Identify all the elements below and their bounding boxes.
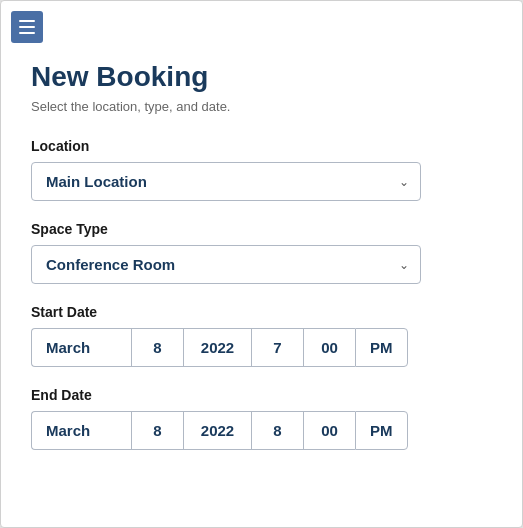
location-select[interactable]: Main LocationSecondary LocationRemote Lo… <box>31 162 421 201</box>
space-type-section: Space Type Conference RoomPrivate Office… <box>31 221 492 284</box>
hamburger-line-1 <box>19 20 35 22</box>
space-type-label: Space Type <box>31 221 492 237</box>
space-type-select-wrapper: Conference RoomPrivate OfficeOpen DeskMe… <box>31 245 421 284</box>
end-date-month[interactable]: March <box>31 411 131 450</box>
start-date-month[interactable]: March <box>31 328 131 367</box>
form-content: New Booking Select the location, type, a… <box>1 1 522 500</box>
start-date-label: Start Date <box>31 304 492 320</box>
start-date-hour[interactable]: 7 <box>251 328 303 367</box>
location-select-wrapper: Main LocationSecondary LocationRemote Lo… <box>31 162 421 201</box>
end-date-row: March 8 2022 8 00 PM <box>31 411 408 450</box>
location-section: Location Main LocationSecondary Location… <box>31 138 492 201</box>
menu-button[interactable] <box>11 11 43 43</box>
start-date-ampm[interactable]: PM <box>355 328 408 367</box>
end-date-section: End Date March 8 2022 8 00 PM <box>31 387 492 450</box>
booking-card: New Booking Select the location, type, a… <box>0 0 523 528</box>
space-type-select[interactable]: Conference RoomPrivate OfficeOpen DeskMe… <box>31 245 421 284</box>
page-subtitle: Select the location, type, and date. <box>31 99 492 114</box>
start-date-section: Start Date March 8 2022 7 00 PM <box>31 304 492 367</box>
end-date-day[interactable]: 8 <box>131 411 183 450</box>
end-date-label: End Date <box>31 387 492 403</box>
hamburger-line-2 <box>19 26 35 28</box>
start-date-row: March 8 2022 7 00 PM <box>31 328 408 367</box>
end-date-ampm[interactable]: PM <box>355 411 408 450</box>
hamburger-line-3 <box>19 32 35 34</box>
start-date-day[interactable]: 8 <box>131 328 183 367</box>
start-date-year[interactable]: 2022 <box>183 328 251 367</box>
page-title: New Booking <box>31 61 492 93</box>
start-date-minute[interactable]: 00 <box>303 328 355 367</box>
end-date-hour[interactable]: 8 <box>251 411 303 450</box>
end-date-year[interactable]: 2022 <box>183 411 251 450</box>
end-date-minute[interactable]: 00 <box>303 411 355 450</box>
location-label: Location <box>31 138 492 154</box>
